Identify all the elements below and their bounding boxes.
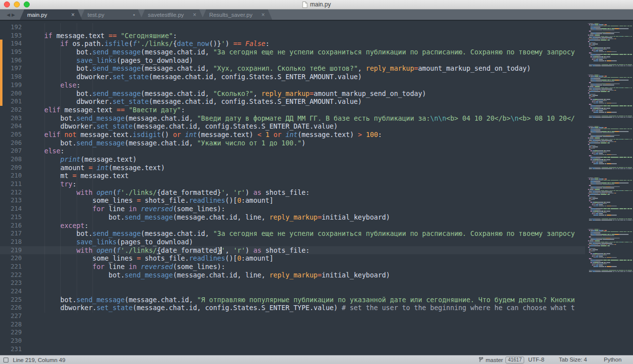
code-line-227: 227 [0,312,633,320]
panel-toggle-icon[interactable] [3,358,8,363]
line-number: 197 [0,64,22,73]
tab-close-icon[interactable]: × [71,12,75,17]
code-line-222: 222 bot.send_message(message.chat.id, li… [0,271,633,279]
code-line-197: 197 bot.send_message(message.chat.id, "Х… [0,64,633,73]
code-line-200: 200 bot.send_message(message.chat.id, "С… [0,90,633,98]
code-line-219: 219 with open(f'./links/{date_formatted}… [0,246,633,255]
code-line-231: 231 [0,345,633,354]
code-line-201: 201 dbworker.set_state(message.chat.id, … [0,97,633,106]
line-number: 226 [0,304,22,312]
line-number: 228 [0,320,22,329]
tab-scroll-right-button[interactable]: ▶ [12,12,15,17]
line-number: 201 [0,97,22,106]
code-line-204: 204 dbworker.set_state(message.chat.id, … [0,122,633,131]
line-number: 204 [0,122,22,131]
tab-label: main.py [27,12,47,18]
editor[interactable]: 192193 if message.text == "Сегодняшние":… [0,21,633,355]
code-line-194: 194 if os.path.isfile(f'./links/{date_no… [0,40,633,48]
code-line-217: 217 bot.send_message(message.chat.id, "З… [0,229,633,238]
code-line-221: 221 for line in reversed(some_lines): [0,263,633,271]
code-line-207: 207 else: [0,147,633,155]
line-number: 216 [0,222,22,230]
line-number: 196 [0,56,22,65]
line-number: 219 [0,246,22,255]
line-number: 200 [0,90,22,98]
line-number: 203 [0,114,22,123]
line-number: 230 [0,337,22,345]
tab-size-indicator[interactable]: Tab Size: 4 [559,357,587,363]
code-line-228: 228 [0,320,633,329]
code-line-216: 216 except: [0,222,633,230]
line-number: 221 [0,263,22,271]
tab-scroll-left-button[interactable]: ◀ [7,12,10,17]
line-number: 223 [0,279,22,287]
title-bar: main.py [0,0,633,9]
tab-savetestfile.py[interactable]: savetestfile.py× [140,9,204,20]
line-number: 202 [0,106,22,114]
code-line-214: 214 for line in reversed(some_lines): [0,205,633,213]
code-line-223: 223 [0,279,633,287]
line-number: 207 [0,147,22,155]
line-number: 195 [0,48,22,56]
tab-modified-dot-icon: ● [133,13,135,16]
code-line-202: 202 elif message.text == "Ввести дату": [0,106,633,114]
tab-close-icon[interactable]: × [261,12,265,17]
code-line-209: 209 amount = int(message.text) [0,164,633,172]
code-line-195: 195 bot.send_message(message.chat.id, "З… [0,48,633,56]
syntax-indicator[interactable]: Python [604,357,622,363]
code-line-226: 226 dbworker.set_state(message.chat.id, … [0,304,633,312]
code-line-212: 212 with open(f'./links/{date_formatted}… [0,188,633,197]
close-window-button[interactable] [4,1,10,7]
code-line-211: 211 try: [0,180,633,188]
code-area[interactable]: 192193 if message.text == "Сегодняшние":… [0,23,633,354]
line-number: 211 [0,180,22,188]
code-line-192: 192 [0,23,633,32]
code-line-210: 210 mt = message.text [0,172,633,180]
code-line-199: 199 else: [0,81,633,90]
document-icon [302,1,308,8]
line-number: 222 [0,271,22,279]
line-number: 214 [0,205,22,213]
tab-bar: ◀ ▶ main.py×test.py●savetestfile.py×Resu… [0,9,633,21]
cursor-position: Line 219, Column 49 [13,357,65,363]
line-number: 194 [0,40,22,48]
code-line-230: 230 [0,337,633,345]
tab-label: savetestfile.py [148,12,184,18]
git-branch-icon [479,357,483,363]
git-gutter-modified-marker [0,40,2,106]
line-number: 206 [0,139,22,147]
code-line-196: 196 save_links(pages_to_download) [0,56,633,65]
line-number: 218 [0,238,22,246]
zoom-window-button[interactable] [24,1,30,7]
minimize-window-button[interactable] [14,1,20,7]
tab-Results_saver.py[interactable]: Results_saver.py× [202,9,272,20]
line-number: 231 [0,345,22,354]
line-number: 212 [0,188,22,197]
git-status: master 41617 [479,356,524,364]
code-line-229: 229 [0,328,633,337]
line-number: 220 [0,254,22,263]
code-line-218: 218 save_links(pages_to_download) [0,238,633,246]
code-line-213: 213 some_lines = shots_file.readlines()[… [0,196,633,205]
code-line-208: 208 print(message.text) [0,155,633,164]
minimap[interactable] [585,21,633,355]
tab-main.py[interactable]: main.py× [20,9,82,20]
tab-close-icon[interactable]: × [193,12,196,17]
code-line-205: 205 elif not message.text.isdigit() or i… [0,131,633,139]
line-number: 199 [0,81,22,90]
line-number: 192 [0,23,22,32]
git-badge: 41617 [505,357,524,364]
line-number: 227 [0,312,22,320]
code-line-203: 203 bot.send_message(message.chat.id, "В… [0,114,633,123]
code-line-225: 225 bot.send_message(message.chat.id, "Я… [0,296,633,304]
line-number: 210 [0,172,22,180]
line-number: 229 [0,328,22,337]
status-bar: Line 219, Column 49 master 41617 UTF-8 T… [0,355,633,364]
tab-scroll-controls: ◀ ▶ [0,9,22,20]
tab-test.py[interactable]: test.py● [80,9,142,20]
tab-label: test.py [88,12,104,18]
code-line-215: 215 bot.send_message(message.chat.id, li… [0,213,633,222]
line-number: 215 [0,213,22,222]
line-number: 208 [0,155,22,164]
line-number: 193 [0,32,22,40]
